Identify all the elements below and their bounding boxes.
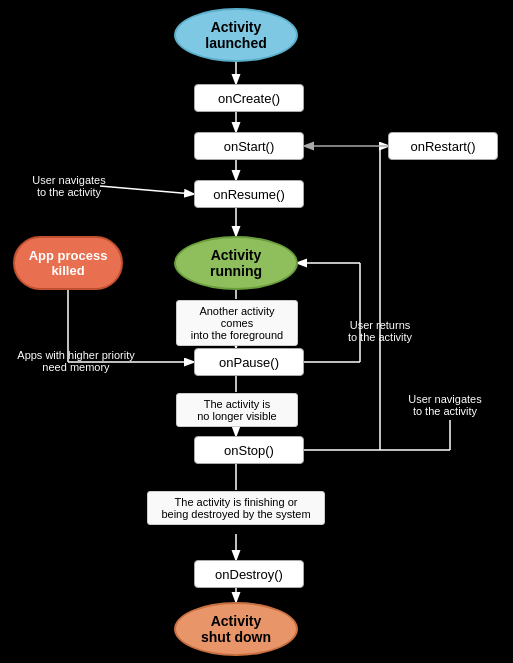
activity-launched-label: Activity launched [205, 19, 266, 51]
no-longer-visible-label: The activity is no longer visible [176, 393, 298, 427]
on-resume-method: onResume() [194, 180, 304, 208]
on-destroy-method: onDestroy() [194, 560, 304, 588]
on-pause-method: onPause() [194, 348, 304, 376]
user-navigates-label-left: User navigates to the activity [14, 174, 124, 198]
on-create-method: onCreate() [194, 84, 304, 112]
activity-finishing-label: The activity is finishing or being destr… [147, 491, 325, 525]
on-restart-method: onRestart() [388, 132, 498, 160]
activity-running-node: Activity running [174, 236, 298, 290]
activity-shut-down-node: Activity shut down [174, 602, 298, 656]
on-start-method: onStart() [194, 132, 304, 160]
activity-running-label: Activity running [210, 247, 262, 279]
app-process-killed-label: App process killed [29, 248, 108, 278]
on-start-label: onStart() [224, 139, 275, 154]
on-stop-method: onStop() [194, 436, 304, 464]
another-activity-label: Another activity comes into the foregrou… [176, 300, 298, 346]
on-resume-label: onResume() [213, 187, 285, 202]
on-restart-label: onRestart() [410, 139, 475, 154]
on-stop-label: onStop() [224, 443, 274, 458]
user-navigates-label-right: User navigates to the activity [390, 393, 500, 417]
activity-shut-down-label: Activity shut down [201, 613, 271, 645]
user-returns-label: User returns to the activity [330, 319, 430, 343]
on-pause-label: onPause() [219, 355, 279, 370]
apps-higher-priority-label: Apps with higher priority need memory [2, 349, 150, 373]
activity-launched-node: Activity launched [174, 8, 298, 62]
on-destroy-label: onDestroy() [215, 567, 283, 582]
on-create-label: onCreate() [218, 91, 280, 106]
app-process-killed-node: App process killed [13, 236, 123, 290]
